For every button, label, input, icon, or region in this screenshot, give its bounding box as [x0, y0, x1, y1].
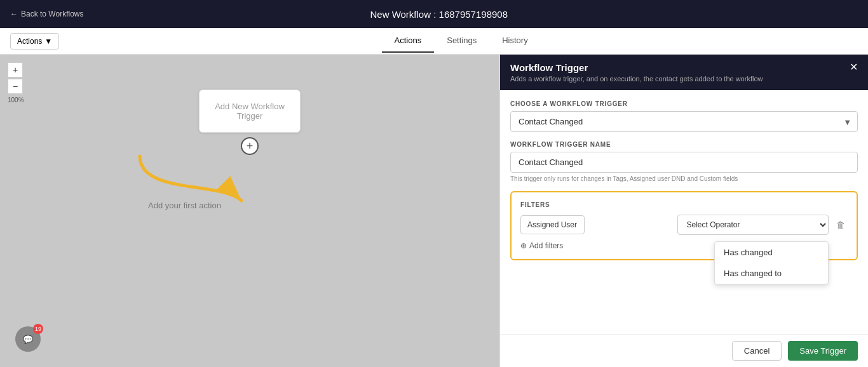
filter-row: Assigned User Tags DND Custom Fields Sel…	[520, 215, 848, 235]
actions-button-label: Actions	[17, 37, 42, 46]
choose-trigger-label: CHOOSE A WORKFLOW TRIGGER	[510, 100, 858, 107]
tab-settings[interactable]: Settings	[434, 29, 489, 53]
sub-nav: Actions ▼ Actions Settings History	[0, 28, 868, 55]
zoom-in-button[interactable]: +	[8, 62, 23, 77]
trigger-select[interactable]: Contact Changed Contact Created Appointm…	[510, 111, 858, 132]
filter-field-wrapper: Assigned User Tags DND Custom Fields	[520, 215, 672, 234]
filters-label: FILTERS	[520, 201, 848, 208]
zoom-label: 100%	[8, 97, 24, 103]
operator-dropdown: Has changed Has changed to	[714, 241, 829, 284]
panel-header-info: Workflow Trigger Adds a workflow trigger…	[510, 62, 763, 83]
dropdown-item-has-changed[interactable]: Has changed	[715, 242, 828, 263]
canvas-area: + − 100% Add New Workflow Trigger + Add …	[0, 55, 499, 367]
operator-select-wrapper: Select Operator Has changed Has changed …	[677, 215, 829, 235]
tab-actions[interactable]: Actions	[382, 29, 435, 53]
right-panel: Workflow Trigger Adds a workflow trigger…	[499, 55, 868, 367]
trigger-select-wrapper: Contact Changed Contact Created Appointm…	[510, 111, 858, 132]
close-panel-button[interactable]: ✕	[850, 62, 858, 72]
filters-section: FILTERS Assigned User Tags DND Custom Fi…	[510, 191, 858, 260]
save-trigger-button[interactable]: Save Trigger	[788, 341, 858, 361]
workflow-title: New Workflow : 1687957198908	[370, 9, 508, 20]
dropdown-item-has-changed-to[interactable]: Has changed to	[715, 263, 828, 284]
tab-history[interactable]: History	[489, 29, 540, 53]
main-area: + − 100% Add New Workflow Trigger + Add …	[0, 55, 868, 367]
trigger-name-label: WORKFLOW TRIGGER NAME	[510, 141, 858, 148]
chat-icon: 💬	[23, 335, 33, 344]
plus-icon: ⊕	[520, 241, 527, 250]
tab-container: Actions Settings History	[382, 29, 541, 53]
chat-count: 19	[33, 324, 43, 334]
chat-badge[interactable]: 💬 19	[15, 326, 41, 352]
add-filters-label: Add filters	[529, 241, 563, 250]
actions-dropdown-button[interactable]: Actions ▼	[10, 33, 59, 50]
operator-select[interactable]: Select Operator Has changed Has changed …	[677, 215, 829, 235]
panel-body: CHOOSE A WORKFLOW TRIGGER Contact Change…	[500, 90, 868, 334]
chevron-down-icon: ▼	[44, 37, 52, 46]
top-nav: ← Back to Workflows New Workflow : 16879…	[0, 0, 868, 28]
back-label: Back to Workflows	[21, 10, 83, 18]
add-action-label: Add your first action	[148, 201, 221, 210]
hint-text: This trigger only runs for changes in Ta…	[510, 175, 858, 182]
panel-header: Workflow Trigger Adds a workflow trigger…	[500, 55, 868, 90]
panel-subtitle: Adds a workflow trigger, and on executio…	[510, 75, 763, 83]
canvas-controls: + − 100%	[8, 62, 24, 103]
panel-footer: Cancel Save Trigger	[500, 334, 868, 367]
panel-title: Workflow Trigger	[510, 62, 763, 73]
trigger-name-input[interactable]	[510, 152, 858, 173]
delete-filter-button[interactable]: 🗑	[834, 220, 848, 230]
workflow-node-label: Add New Workflow Trigger	[215, 102, 285, 121]
back-link[interactable]: ← Back to Workflows	[10, 10, 83, 18]
cancel-button[interactable]: Cancel	[732, 341, 782, 361]
add-action-text-content: Add your first action	[148, 201, 221, 210]
workflow-trigger-node[interactable]: Add New Workflow Trigger +	[199, 90, 301, 133]
filter-field-select[interactable]: Assigned User Tags DND Custom Fields	[520, 215, 585, 234]
back-arrow-icon: ←	[10, 10, 18, 18]
zoom-out-button[interactable]: −	[8, 79, 23, 94]
